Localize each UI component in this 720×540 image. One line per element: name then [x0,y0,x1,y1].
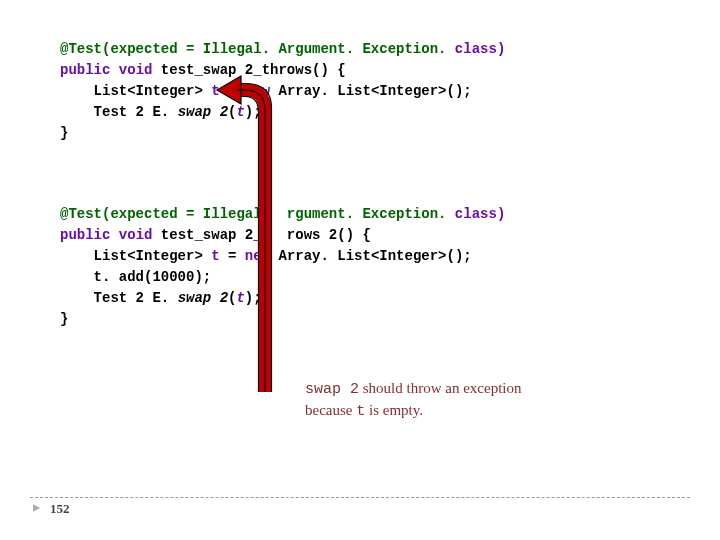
callout-text-part: should throw an exception [359,380,521,396]
footer-bullet-icon: ▶ [33,500,40,515]
footer-divider [30,497,690,498]
callout-code-ref: t [356,403,365,420]
callout-text-part: because [305,402,356,418]
call-line: Test 2 E. swap 2(t); [60,104,270,120]
add-line: t. add(10000); [60,269,211,285]
annotation-line: @Test(expected = Illegal. Argument. Exce… [60,41,505,57]
callout-text: swap 2 should throw an exception because… [305,378,605,423]
close-brace: } [60,311,68,327]
callout-text-part: is empty. [365,402,423,418]
call-line: Test 2 E. swap 2(t); [60,290,270,306]
annotation-line: @Test(expected = Illegal. rgument. Excep… [60,206,505,222]
page-number: 152 [50,501,70,517]
slide-content: @Test(expected = Illegal. Argument. Exce… [0,0,720,351]
code-block-1: @Test(expected = Illegal. Argument. Exce… [60,18,690,165]
var-decl: List<Integer> t = new Array. List<Intege… [60,83,472,99]
method-sig: public void test_swap 2_t rows 2() { [60,227,371,243]
code-block-2: @Test(expected = Illegal. rgument. Excep… [60,183,690,351]
method-sig: public void test_swap 2_throws() { [60,62,346,78]
close-brace: } [60,125,68,141]
var-decl: List<Integer> t = ne Array. List<Integer… [60,248,472,264]
callout-code-ref: swap 2 [305,381,359,398]
